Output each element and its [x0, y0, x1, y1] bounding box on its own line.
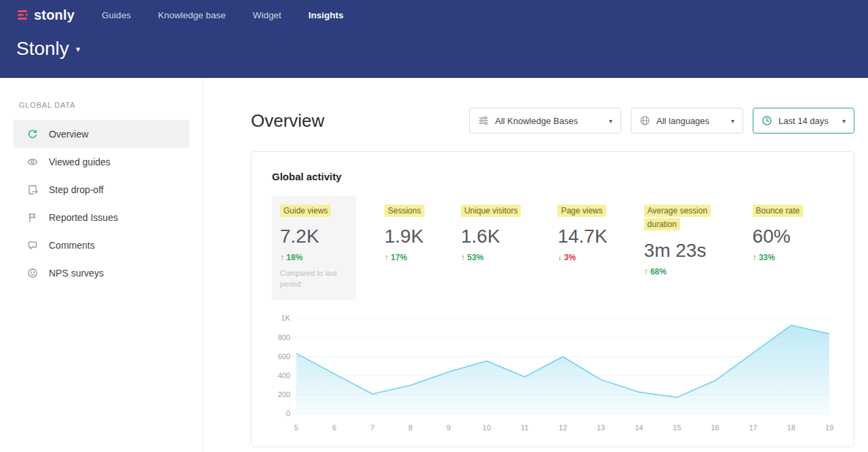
stonly-logo[interactable]: stonly	[16, 7, 75, 23]
eye-icon	[27, 157, 38, 167]
metrics-row: Guide views 7.2K ↑ 18% Compared to last …	[272, 196, 833, 300]
sidebar-item-overview[interactable]: Overview	[14, 120, 189, 148]
metric-unique-visitors[interactable]: Unique visitors 1.6K ↑ 53%	[453, 196, 530, 272]
knowledge-bases-filter[interactable]: All Knowledge Bases ▾	[469, 108, 621, 133]
arrow-up-icon: ↑	[753, 253, 757, 262]
activity-area-chart: 02004006008001K5678910111213141516171819	[272, 310, 833, 436]
workspace-caret-icon[interactable]: ▾	[76, 44, 81, 54]
sidebar-item-step-dropoff[interactable]: Step drop-off	[14, 176, 189, 203]
svg-text:14: 14	[635, 424, 643, 432]
smiley-icon	[27, 268, 38, 279]
heading-row: Overview All Knowledge Bases ▾	[251, 108, 854, 133]
filter-label: All languages	[656, 116, 709, 126]
arrow-up-icon: ↑	[461, 253, 465, 262]
svg-text:11: 11	[521, 424, 528, 432]
arrow-down-icon: ↓	[557, 253, 561, 262]
svg-text:5: 5	[294, 424, 298, 432]
stonly-logo-icon	[16, 8, 30, 22]
metric-change: ↑ 68%	[644, 267, 716, 276]
flag-icon	[27, 212, 38, 223]
arrow-up-icon: ↑	[384, 253, 389, 262]
clock-icon	[762, 115, 772, 126]
sidebar-item-viewed-guides[interactable]: Viewed guides	[14, 148, 189, 176]
filter-label: All Knowledge Bases	[495, 116, 578, 126]
metric-label: Sessions	[384, 205, 425, 217]
comment-icon	[27, 240, 38, 251]
svg-text:8: 8	[408, 424, 412, 432]
card-title: Global activity	[272, 171, 833, 182]
metric-page-views[interactable]: Page views 14.7K ↓ 3%	[549, 196, 615, 272]
nav-item-insights[interactable]: Insights	[309, 10, 344, 20]
svg-text:0: 0	[286, 410, 290, 418]
logo-text: stonly	[34, 7, 75, 23]
step-dropoff-icon	[27, 184, 38, 195]
sidebar-item-reported-issues[interactable]: Reported Issues	[14, 203, 189, 231]
metric-change: ↓ 3%	[557, 253, 607, 262]
svg-text:7: 7	[370, 424, 374, 432]
metric-bounce-rate[interactable]: Bounce rate 60% ↑ 33%	[745, 196, 812, 272]
sidebar-item-label: Comments	[49, 240, 95, 251]
sliders-icon	[478, 115, 489, 126]
workspace-title: Stonly	[16, 38, 69, 60]
globe-icon	[639, 115, 650, 126]
sidebar-item-label: Viewed guides	[49, 157, 111, 167]
content-area: GLOBAL DATA Overview Viewed guides	[0, 78, 868, 452]
nav-item-guides[interactable]: Guides	[102, 10, 131, 20]
svg-text:800: 800	[278, 333, 290, 342]
date-range-filter[interactable]: Last 14 days ▾	[753, 108, 854, 133]
workspace-row: Stonly ▾	[0, 30, 868, 60]
metric-value: 1.6K	[461, 226, 521, 247]
svg-text:19: 19	[825, 424, 833, 432]
metric-label: Bounce rate	[753, 205, 804, 217]
arrow-up-icon: ↑	[644, 267, 648, 276]
nav-item-widget[interactable]: Widget	[253, 10, 281, 20]
metric-label: Unique visitors	[461, 205, 521, 217]
metric-value: 3m 23s	[644, 240, 716, 262]
filter-label: Last 14 days	[778, 116, 829, 126]
filters: All Knowledge Bases ▾ All languages ▾	[469, 108, 854, 133]
metric-sessions[interactable]: Sessions 1.9K ↑ 17%	[376, 196, 433, 272]
svg-text:15: 15	[673, 424, 681, 432]
sidebar-item-label: Overview	[49, 129, 88, 140]
metric-avg-session-duration[interactable]: Average session duration 3m 23s ↑ 68%	[636, 196, 724, 286]
metric-change: ↑ 53%	[461, 253, 521, 262]
metric-change: ↑ 18%	[280, 253, 348, 262]
svg-text:16: 16	[711, 424, 719, 432]
svg-text:17: 17	[749, 424, 757, 432]
nav-item-knowledge-base[interactable]: Knowledge base	[158, 10, 226, 20]
global-activity-card: Global activity Guide views 7.2K ↑ 18% C…	[251, 151, 854, 447]
metric-change: ↑ 17%	[384, 253, 425, 262]
svg-text:18: 18	[787, 424, 795, 432]
page-title: Overview	[251, 110, 324, 131]
chevron-down-icon: ▾	[835, 117, 846, 125]
metric-value: 14.7K	[557, 226, 607, 247]
metric-guide-views[interactable]: Guide views 7.2K ↑ 18% Compared to last …	[272, 196, 356, 300]
app-header: stonly Guides Knowledge base Widget Insi…	[0, 0, 868, 78]
metric-label: Average session duration	[644, 205, 711, 230]
metric-value: 60%	[753, 226, 804, 247]
metric-note: Compared to last period	[280, 268, 348, 290]
arrow-up-icon: ↑	[280, 253, 284, 262]
overview-icon	[27, 129, 38, 140]
svg-text:13: 13	[597, 424, 605, 432]
chevron-down-icon: ▾	[724, 117, 734, 125]
svg-text:1K: 1K	[281, 314, 291, 323]
metric-value: 1.9K	[384, 226, 425, 247]
sidebar-item-nps-surveys[interactable]: NPS surveys	[14, 259, 189, 287]
svg-text:10: 10	[483, 424, 491, 432]
sidebar-item-label: Reported Issues	[49, 212, 118, 223]
svg-text:9: 9	[446, 424, 450, 432]
metric-label: Guide views	[280, 205, 331, 217]
svg-text:600: 600	[278, 352, 290, 361]
main-panel: Overview All Knowledge Bases ▾	[203, 78, 868, 452]
languages-filter[interactable]: All languages ▾	[631, 108, 743, 133]
svg-text:200: 200	[278, 391, 290, 399]
metric-change: ↑ 33%	[753, 253, 804, 262]
top-navigation: stonly Guides Knowledge base Widget Insi…	[0, 0, 868, 30]
sidebar-section-label: GLOBAL DATA	[19, 101, 203, 109]
metric-value: 7.2K	[280, 226, 348, 247]
chevron-down-icon: ▾	[602, 117, 612, 125]
sidebar-item-comments[interactable]: Comments	[14, 231, 189, 259]
svg-text:400: 400	[278, 371, 290, 379]
sidebar-item-label: NPS surveys	[49, 268, 104, 279]
